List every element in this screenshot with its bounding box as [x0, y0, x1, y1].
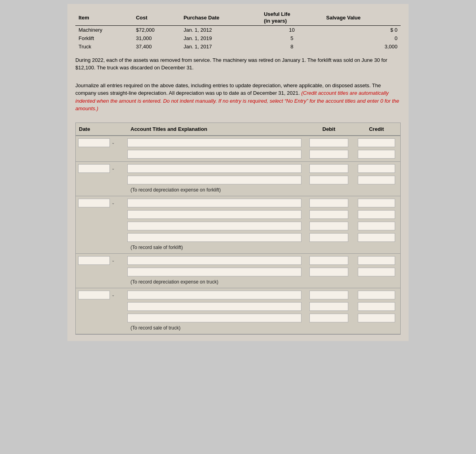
item-salvage: $ 0: [323, 25, 401, 34]
debit-input[interactable]: [309, 164, 348, 173]
journal-note: (To record sale of truck): [127, 324, 305, 331]
credit-cell: [353, 198, 400, 208]
date-input[interactable]: [78, 199, 110, 207]
journal-entry-row: ⌄: [76, 290, 400, 300]
account-cell: [127, 291, 305, 299]
journal-sub-row: [76, 175, 400, 185]
account-title-input[interactable]: [127, 268, 301, 276]
chevron-down-icon[interactable]: ⌄: [111, 166, 115, 170]
account-cell: [127, 138, 305, 147]
account-title-input[interactable]: [127, 256, 301, 265]
table-row: Truck 37,400 Jan. 1, 2017 8 3,000: [75, 42, 401, 51]
date-input[interactable]: [78, 256, 110, 265]
account-cell: [127, 210, 305, 219]
col-header-item: Item: [75, 10, 133, 25]
chevron-down-icon[interactable]: ⌄: [111, 201, 115, 205]
journal-entry-row: ⌄: [76, 138, 400, 148]
empty-date: [76, 214, 127, 215]
item-cost: 31,000: [133, 34, 180, 42]
account-cell: [127, 164, 305, 173]
credit-input[interactable]: [358, 256, 395, 265]
debit-input[interactable]: [309, 314, 348, 322]
entry-section-truck-dep: ⌄: [76, 254, 400, 288]
debit-input[interactable]: [309, 233, 348, 242]
account-title-input[interactable]: [127, 176, 301, 184]
credit-input[interactable]: [358, 302, 395, 311]
asset-table: Item Cost Purchase Date Useful Life (in …: [75, 10, 401, 51]
debit-input[interactable]: [309, 210, 348, 219]
journal-sub-row: [76, 221, 400, 231]
debit-cell: [305, 255, 353, 266]
note-row: (To record sale of forklift): [76, 244, 400, 251]
account-title-input[interactable]: [127, 150, 301, 159]
debit-cell: [305, 232, 353, 243]
credit-input[interactable]: [358, 150, 395, 159]
date-cell: ⌄: [76, 138, 127, 148]
note-row: (To record sale of truck): [76, 324, 400, 331]
chevron-down-icon[interactable]: ⌄: [111, 140, 115, 145]
debit-cell: [305, 175, 353, 185]
credit-input[interactable]: [358, 291, 395, 299]
empty-date: [76, 237, 127, 238]
debit-input[interactable]: [309, 176, 348, 184]
credit-input[interactable]: [358, 268, 395, 276]
journal-sub-row: [76, 313, 400, 323]
item-purchase-date: Jan. 1, 2017: [180, 42, 261, 51]
credit-input[interactable]: [358, 233, 395, 242]
item-useful-life: 5: [261, 34, 323, 42]
debit-cell: [305, 301, 353, 312]
account-title-input[interactable]: [127, 291, 301, 299]
debit-input[interactable]: [309, 138, 348, 147]
debit-input[interactable]: [309, 256, 348, 265]
credit-cell: [353, 209, 400, 220]
date-input[interactable]: [78, 291, 110, 299]
credit-cell: [353, 221, 400, 231]
credit-input[interactable]: [358, 138, 395, 147]
date-cell: ⌄: [76, 163, 127, 174]
account-title-input[interactable]: [127, 138, 301, 147]
chevron-down-icon[interactable]: ⌄: [111, 258, 115, 262]
debit-input[interactable]: [309, 150, 348, 159]
account-title-input[interactable]: [127, 199, 301, 207]
credit-input[interactable]: [358, 176, 395, 184]
chevron-down-icon[interactable]: ⌄: [111, 293, 115, 297]
account-title-input[interactable]: [127, 210, 301, 219]
item-purchase-date: Jan. 1, 2012: [180, 25, 261, 34]
credit-cell: [353, 163, 400, 174]
account-title-input[interactable]: [127, 164, 301, 173]
credit-cell: [353, 255, 400, 266]
credit-input[interactable]: [358, 210, 395, 219]
debit-input[interactable]: [309, 199, 348, 207]
credit-cell: [353, 149, 400, 159]
journal-header: Date Account Titles and Explanation Debi…: [76, 123, 400, 136]
account-title-input[interactable]: [127, 302, 301, 311]
debit-input[interactable]: [309, 291, 348, 299]
journal-entry-row: ⌄: [76, 198, 400, 208]
account-title-input[interactable]: [127, 233, 301, 242]
credit-input[interactable]: [358, 199, 395, 207]
debit-input[interactable]: [309, 222, 348, 230]
journal-col-credit: Credit: [353, 125, 400, 134]
debit-input[interactable]: [309, 302, 348, 311]
account-title-input[interactable]: [127, 222, 301, 230]
table-row: Machinery $72,000 Jan. 1, 2012 10 $ 0: [75, 25, 401, 34]
date-input[interactable]: [78, 138, 110, 147]
empty-date: [76, 271, 127, 273]
entry-section-machinery: ⌄: [76, 136, 400, 162]
account-cell: [127, 256, 305, 265]
journal-col-account: Account Titles and Explanation: [127, 125, 305, 134]
date-input[interactable]: [78, 164, 110, 173]
debit-input[interactable]: [309, 268, 348, 276]
date-cell: ⌄: [76, 290, 127, 300]
credit-cell: [353, 232, 400, 243]
account-cell: [127, 314, 305, 322]
credit-input[interactable]: [358, 222, 395, 230]
debit-cell: [305, 221, 353, 231]
debit-cell: [305, 313, 353, 323]
credit-input[interactable]: [358, 314, 395, 322]
col-header-salvage-value: Salvage Value: [323, 10, 401, 25]
credit-input[interactable]: [358, 164, 395, 173]
col-header-purchase-date: Purchase Date: [180, 10, 261, 25]
journal-note: (To record sale of forklift): [127, 244, 305, 251]
account-title-input[interactable]: [127, 314, 301, 322]
